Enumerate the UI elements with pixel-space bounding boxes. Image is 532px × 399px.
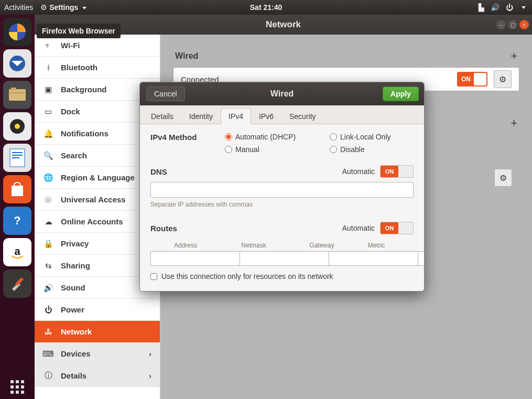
gear-icon: ⚙: [40, 3, 47, 12]
routes-row: ✕: [150, 251, 414, 266]
launcher-settings-tools[interactable]: [3, 269, 31, 298]
chevron-right-icon: ›: [149, 349, 151, 358]
dns-input[interactable]: [150, 182, 414, 198]
dialog-headerbar: Cancel Wired Apply: [140, 82, 424, 105]
gear-icon: ⚙: [500, 173, 507, 183]
cancel-button[interactable]: Cancel: [146, 87, 185, 101]
gear-icon: ⚙: [499, 74, 506, 84]
launcher-thunderbird[interactable]: [3, 49, 31, 78]
routes-col-address: Address: [151, 242, 220, 249]
svg-rect-11: [12, 186, 23, 196]
wired-settings-button[interactable]: ⚙: [494, 70, 512, 88]
lock-icon: 🔒: [43, 239, 53, 249]
tab-security[interactable]: Security: [281, 108, 324, 124]
window-minimize-button[interactable]: –: [496, 20, 506, 29]
clock[interactable]: Sat 21:40: [250, 3, 282, 12]
routes-col-netmask: Netmask: [220, 242, 288, 249]
svg-rect-9: [12, 155, 23, 156]
chevron-right-icon: ›: [149, 371, 151, 380]
svg-rect-8: [12, 152, 23, 153]
proxy-settings-button[interactable]: ⚙: [494, 169, 512, 187]
chevron-down-icon[interactable]: [522, 6, 526, 9]
apply-button[interactable]: Apply: [383, 87, 419, 101]
route-metric-input[interactable]: [418, 251, 425, 266]
svg-rect-4: [10, 92, 25, 93]
sidebar-item-bluetooth[interactable]: ᚼBluetooth: [35, 57, 160, 79]
background-icon: ▣: [43, 85, 53, 94]
power-icon: ⏻: [43, 305, 53, 314]
svg-text:a: a: [14, 245, 20, 257]
routes-label: Routes: [150, 224, 177, 233]
routes-automatic-toggle[interactable]: ON: [380, 222, 414, 234]
files-icon: [8, 87, 27, 103]
bluetooth-icon: ᚼ: [43, 63, 53, 72]
app-menu-settings[interactable]: ⚙ Settings: [40, 3, 86, 12]
volume-icon[interactable]: 🔊: [491, 3, 500, 12]
ipv4-method-manual[interactable]: Manual: [225, 145, 330, 154]
wired-toggle[interactable]: ON: [457, 72, 487, 87]
ipv4-method-label: IPv4 Method: [150, 133, 216, 154]
dialog-title: Wired: [270, 89, 294, 99]
accessibility-icon: ⦾: [43, 195, 53, 204]
amazon-icon: a: [9, 244, 25, 260]
details-icon: ⓘ: [43, 371, 53, 381]
launcher-rhythmbox[interactable]: [3, 112, 31, 141]
route-address-input[interactable]: [150, 251, 240, 266]
settings-title: Network: [266, 19, 301, 30]
add-vpn-button[interactable]: +: [511, 116, 517, 130]
launcher-dock: ? a: [0, 15, 35, 399]
top-panel: Activities ⚙ Settings Sat 21:40 ▙ 🔊 ⏻: [0, 0, 532, 15]
launcher-software[interactable]: [3, 175, 31, 203]
activities-button[interactable]: Activities: [4, 3, 33, 12]
dns-automatic-label: Automatic: [342, 167, 375, 176]
ipv4-method-linklocal[interactable]: Link-Local Only: [330, 133, 414, 141]
tab-ipv4[interactable]: IPv4: [221, 108, 251, 124]
launcher-writer[interactable]: [3, 144, 31, 172]
thunderbird-icon: [7, 53, 27, 73]
tab-ipv6[interactable]: IPv6: [251, 108, 281, 124]
ipv4-method-automatic[interactable]: Automatic (DHCP): [225, 133, 330, 141]
window-close-button[interactable]: ✕: [519, 20, 529, 29]
window-maximize-button[interactable]: ▢: [508, 20, 517, 29]
ipv4-method-disable[interactable]: Disable: [330, 145, 414, 154]
tab-details[interactable]: Details: [143, 108, 181, 124]
tab-identity[interactable]: Identity: [181, 108, 221, 124]
dns-hint: Separate IP addresses with commas: [150, 201, 414, 208]
firefox-icon: [7, 21, 28, 42]
help-icon: ?: [8, 212, 26, 230]
cloud-icon: ☁: [43, 217, 53, 227]
add-wired-button[interactable]: +: [511, 49, 517, 63]
sidebar-item-power[interactable]: ⏻Power: [35, 299, 160, 321]
dns-automatic-toggle[interactable]: ON: [380, 165, 414, 178]
only-resources-checkbox[interactable]: [150, 273, 157, 280]
launcher-firefox[interactable]: [3, 18, 31, 46]
launcher-amazon[interactable]: a: [3, 238, 31, 266]
launcher-files[interactable]: [3, 81, 31, 109]
svg-rect-10: [12, 157, 19, 158]
launcher-help[interactable]: ?: [3, 207, 31, 235]
show-applications-button[interactable]: [10, 380, 24, 394]
sidebar-item-details[interactable]: ⓘDetails›: [35, 365, 160, 387]
network-status-icon[interactable]: ▙: [479, 3, 484, 12]
power-icon[interactable]: ⏻: [506, 3, 513, 12]
wrench-screwdriver-icon: [8, 274, 27, 293]
search-icon: 🔍: [43, 151, 53, 160]
svg-point-6: [15, 124, 20, 129]
routes-col-gateway: Gateway: [288, 242, 356, 249]
document-icon: [9, 148, 26, 168]
globe-icon: 🌐: [43, 173, 53, 182]
routes-automatic-label: Automatic: [342, 224, 375, 232]
wifi-icon: ᯤ: [43, 41, 53, 50]
svg-rect-3: [11, 88, 16, 91]
dns-label: DNS: [150, 167, 167, 176]
dialog-tabs: Details Identity IPv4 IPv6 Security: [140, 105, 424, 124]
sidebar-item-devices[interactable]: ⌨Devices›: [35, 343, 160, 365]
svg-text:?: ?: [14, 214, 20, 227]
share-icon: ⇆: [43, 261, 53, 271]
network-icon: 🖧: [43, 327, 53, 336]
route-netmask-input[interactable]: [240, 251, 329, 266]
wired-settings-dialog: Cancel Wired Apply Details Identity IPv4…: [139, 82, 425, 292]
dock-icon: ▭: [43, 107, 53, 116]
route-gateway-input[interactable]: [329, 251, 418, 266]
sidebar-item-network[interactable]: 🖧Network: [35, 321, 160, 343]
